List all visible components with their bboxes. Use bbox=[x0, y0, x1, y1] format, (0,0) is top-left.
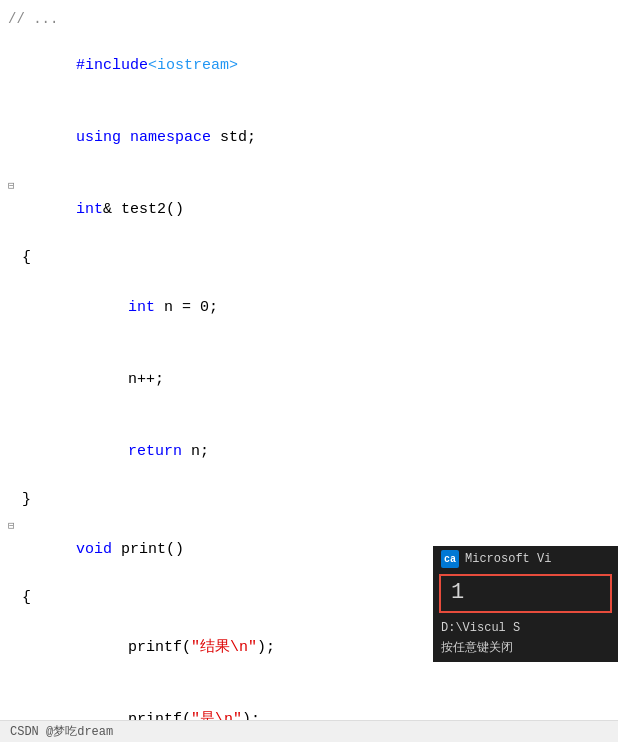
bottom-bar: CSDN @梦吃dream bbox=[0, 720, 618, 742]
console-overlay: ca Microsoft Vi 1 D:\Viscul S 按任意键关闭 bbox=[433, 546, 618, 662]
fold-marker-print[interactable] bbox=[8, 517, 22, 536]
overlay-path: D:\Viscul S bbox=[433, 619, 618, 637]
code-line-include: #include<iostream> bbox=[0, 30, 618, 102]
code-line-top: // ... bbox=[0, 8, 618, 30]
code-line-n-inc: n++; bbox=[0, 344, 618, 416]
code-line-using: using namespace std; bbox=[0, 102, 618, 174]
code-line-int-n: int n = 0; bbox=[0, 272, 618, 344]
console-output-box: 1 bbox=[439, 574, 612, 613]
vs-icon: ca bbox=[441, 550, 459, 568]
code-line-brace-open-1: { bbox=[0, 246, 618, 272]
code-line-return-n: return n; bbox=[0, 416, 618, 488]
overlay-hint: 按任意键关闭 bbox=[433, 637, 618, 662]
bottom-bar-text: CSDN @梦吃dream bbox=[10, 723, 113, 740]
overlay-header: ca Microsoft Vi bbox=[433, 546, 618, 572]
code-line-brace-close-1: } bbox=[0, 488, 618, 514]
code-line-test2-sig: int& test2() bbox=[0, 174, 618, 246]
output-value: 1 bbox=[451, 580, 464, 605]
overlay-title: Microsoft Vi bbox=[465, 552, 551, 566]
fold-marker-test2[interactable] bbox=[8, 177, 22, 196]
